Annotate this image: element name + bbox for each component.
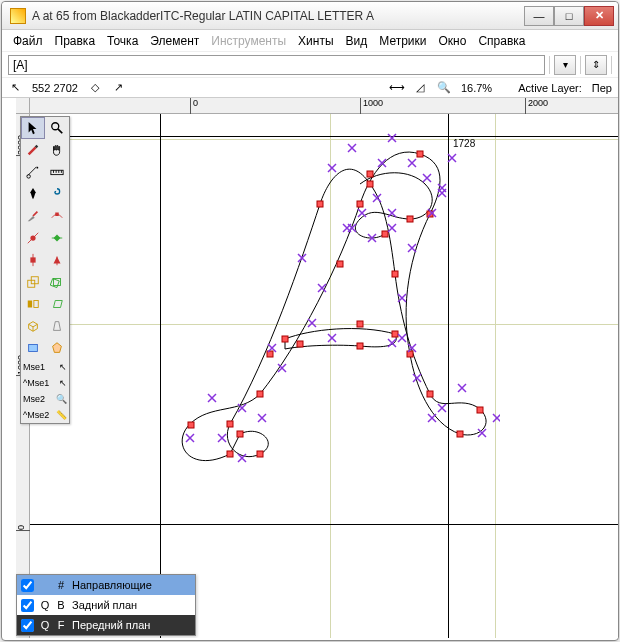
tool-poly[interactable] — [45, 337, 69, 359]
svg-rect-8 — [417, 151, 423, 157]
menu-view[interactable]: Вид — [341, 32, 373, 50]
mouse-label-2b: ^Mse2 — [23, 410, 56, 420]
tool-3drotate[interactable] — [21, 315, 45, 337]
tool-pen[interactable] — [21, 183, 45, 205]
svg-rect-49 — [34, 301, 38, 308]
close-button[interactable]: ✕ — [584, 6, 614, 26]
glyph-input[interactable] — [8, 55, 545, 75]
rh-tick-2000: 2000 — [525, 98, 548, 114]
minimize-button[interactable]: — — [524, 6, 554, 26]
svg-rect-20 — [282, 336, 288, 342]
svg-rect-2 — [257, 451, 263, 457]
layer-guides-row[interactable]: # Направляющие — [17, 575, 195, 595]
ruler-horizontal: 0 1000 2000 — [30, 98, 618, 114]
layer-key-q: Q — [40, 599, 50, 611]
svg-rect-4 — [297, 341, 303, 347]
menu-help[interactable]: Справка — [473, 32, 530, 50]
menu-point[interactable]: Точка — [102, 32, 143, 50]
mouse-label-1b: ^Mse1 — [23, 378, 59, 388]
layer-key-q: Q — [40, 619, 50, 631]
svg-rect-3 — [257, 391, 263, 397]
menu-file[interactable]: Файл — [8, 32, 48, 50]
rv-tick-0: 0 — [16, 524, 30, 531]
svg-rect-47 — [50, 279, 59, 288]
width-icon: ⟷ — [389, 81, 403, 95]
dropdown-button[interactable]: ▾ — [554, 55, 576, 75]
rh-tick-1000: 1000 — [360, 98, 383, 114]
pointer-icon: ↖ — [59, 362, 67, 372]
menu-hints[interactable]: Хинты — [293, 32, 338, 50]
layer-fore-check[interactable] — [21, 619, 34, 632]
mouse-label-2: Mse2 — [23, 394, 56, 404]
layer-back-check[interactable] — [21, 599, 34, 612]
svg-rect-1 — [227, 451, 233, 457]
svg-rect-13 — [427, 391, 433, 397]
tool-hvcurve[interactable] — [45, 227, 69, 249]
tool-ruler[interactable] — [45, 161, 69, 183]
tool-flip[interactable] — [21, 293, 45, 315]
mouse-label-1: Mse1 — [23, 362, 59, 372]
maximize-button[interactable]: □ — [554, 6, 584, 26]
layer-fore-row[interactable]: Q F Передний план — [17, 615, 195, 635]
ruler-corner — [16, 98, 30, 114]
menu-element[interactable]: Элемент — [145, 32, 204, 50]
tool-freehand[interactable] — [21, 139, 45, 161]
tool-hand[interactable] — [45, 139, 69, 161]
svg-rect-25 — [382, 231, 388, 237]
tool-rect[interactable] — [21, 337, 45, 359]
zoom-icon: 🔍 — [437, 81, 451, 95]
menu-edit[interactable]: Правка — [50, 32, 101, 50]
cursor-coords: 552 2702 — [32, 82, 78, 94]
svg-rect-16 — [317, 201, 323, 207]
svg-line-51 — [33, 324, 37, 327]
main-area: 0 1000 2000 0 1000 2000 1728 — [2, 98, 618, 638]
layer-guides-check[interactable] — [21, 579, 34, 592]
tool-scale[interactable] — [21, 271, 45, 293]
magnify-icon: 🔍 — [56, 394, 67, 404]
layer-panel: # Направляющие Q B Задний план Q F Перед… — [16, 574, 196, 636]
tool-magnify[interactable] — [45, 117, 69, 139]
svg-rect-14 — [392, 271, 398, 277]
tool-addpoint[interactable] — [45, 205, 69, 227]
tool-tangent[interactable] — [45, 249, 69, 271]
menu-metrics[interactable]: Метрики — [374, 32, 431, 50]
active-layer-label: Active Layer: — [518, 82, 582, 94]
tool-pointer[interactable] — [21, 117, 45, 139]
point-icon: ◇ — [88, 81, 102, 95]
layer-back-label: Задний план — [72, 599, 137, 611]
tool-spiro[interactable] — [45, 183, 69, 205]
glyph-input-row: ▾ ⇕ — [2, 52, 618, 78]
svg-rect-6 — [357, 201, 363, 207]
title-bar: A at 65 from BlackadderITC-Regular LATIN… — [2, 2, 618, 30]
svg-line-39 — [28, 233, 39, 244]
rh-tick-0: 0 — [190, 98, 198, 114]
svg-point-30 — [37, 167, 39, 169]
tool-perspective[interactable] — [45, 315, 69, 337]
tool-rotate[interactable] — [45, 271, 69, 293]
toolbox: Mse1↖ ^Mse1↖ Mse2🔍 ^Mse2📏 — [20, 116, 70, 424]
angle-icon: ◿ — [413, 81, 427, 95]
layer-back-row[interactable]: Q B Задний план — [17, 595, 195, 615]
nudge-button[interactable]: ⇕ — [585, 55, 607, 75]
ctrl-point-icon: ↗ — [112, 81, 126, 95]
tool-corner[interactable] — [21, 249, 45, 271]
tool-curve[interactable] — [21, 227, 45, 249]
menu-window[interactable]: Окно — [434, 32, 472, 50]
svg-rect-5 — [337, 261, 343, 267]
app-icon — [10, 8, 26, 24]
glyph-outline[interactable] — [160, 124, 500, 504]
cursor-icon: ↖ — [8, 81, 22, 95]
status-bar: ↖ 552 2702 ◇ ↗ ⟷ ◿ 🔍 16.7% Active Layer:… — [2, 78, 618, 98]
pointer-icon: ↖ — [59, 378, 67, 388]
active-layer-value: Пер — [592, 82, 612, 94]
svg-rect-37 — [55, 213, 59, 217]
tool-skew[interactable] — [45, 293, 69, 315]
glyph-canvas[interactable]: 1728 — [30, 114, 618, 638]
tool-knife[interactable] — [21, 205, 45, 227]
svg-rect-17 — [267, 351, 273, 357]
svg-rect-15 — [367, 181, 373, 187]
window-title: A at 65 from BlackadderITC-Regular LATIN… — [32, 9, 524, 23]
layer-guides-hash: # — [56, 579, 66, 591]
tool-cut[interactable] — [21, 161, 45, 183]
svg-rect-22 — [392, 331, 398, 337]
